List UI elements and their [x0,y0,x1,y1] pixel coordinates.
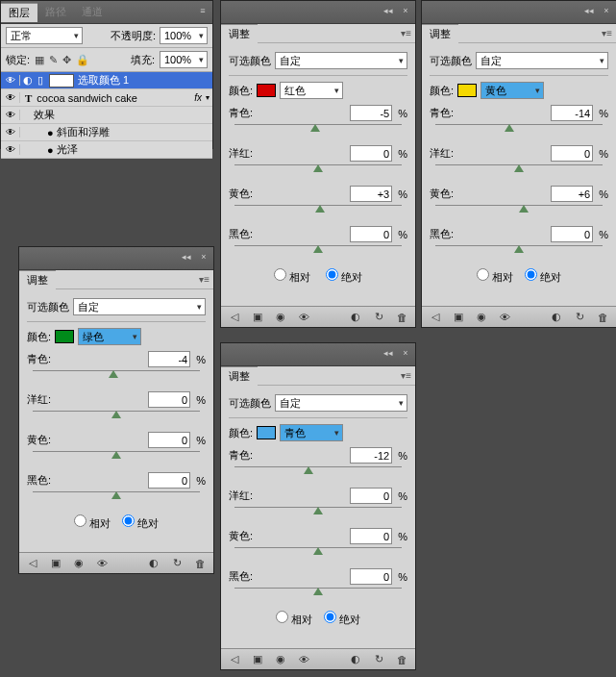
back-icon[interactable]: ◁ [428,310,443,325]
clip-icon[interactable]: ◉ [273,652,288,667]
tab-adjust[interactable]: 调整 [221,24,258,43]
cyan-input[interactable] [551,105,593,121]
tab-layers[interactable]: 图层 [1,3,37,22]
layer-effects-row[interactable]: 👁 效果 [1,107,212,124]
delete-icon[interactable]: 🗑 [595,310,610,325]
close-icon[interactable]: × [196,249,211,264]
visibility-icon[interactable]: 👁 [1,110,20,120]
panel-menu-icon[interactable]: ▾≡ [602,28,612,38]
expand-icon[interactable]: ▣ [250,652,265,667]
radio-absolute[interactable]: 绝对 [326,271,362,283]
prev-state-icon[interactable]: ◐ [348,310,363,325]
cyan-input[interactable] [148,351,190,367]
prev-state-icon[interactable]: ◐ [146,556,161,571]
radio-relative[interactable]: 相对 [477,271,513,283]
preset-dropdown[interactable]: 自定 [275,52,407,69]
reset-icon[interactable]: ↻ [371,310,386,325]
close-icon[interactable]: × [398,345,413,361]
fill-dropdown[interactable]: 100% [160,51,208,68]
color-dropdown[interactable]: 青色 [280,424,343,441]
black-slider[interactable] [234,588,402,599]
expand-icon[interactable]: ▣ [451,310,466,325]
cyan-slider[interactable] [33,370,200,382]
back-icon[interactable]: ◁ [227,652,242,667]
color-dropdown[interactable]: 红色 [280,82,343,99]
layer-row[interactable]: 👁 T cocoa sandwich cake fx ▾ [1,89,212,107]
collapse-icon[interactable]: ◂◂ [381,3,396,18]
magenta-input[interactable] [148,391,190,408]
magenta-slider[interactable] [435,164,603,176]
black-input[interactable] [551,226,593,242]
view-icon[interactable]: 👁 [296,652,311,667]
clip-icon[interactable]: ◉ [474,310,489,325]
tab-adjust[interactable]: 调整 [422,24,458,43]
radio-relative[interactable]: 相对 [274,271,310,283]
visibility-icon[interactable]: 👁 [1,75,20,86]
yellow-input[interactable] [148,432,190,448]
clip-icon[interactable]: ◉ [273,310,288,325]
magenta-input[interactable] [350,488,392,504]
yellow-slider[interactable] [33,451,200,463]
yellow-input[interactable] [350,528,392,544]
fx-badge[interactable]: fx [194,92,202,103]
fx-toggle-icon[interactable]: ▾ [206,93,209,102]
delete-icon[interactable]: 🗑 [394,652,409,667]
radio-absolute[interactable]: 绝对 [122,517,159,529]
tab-channels[interactable]: 通道 [74,3,111,22]
yellow-slider[interactable] [435,205,603,216]
back-icon[interactable]: ◁ [25,556,40,571]
lock-move-icon[interactable]: ✥ [62,54,71,66]
cyan-input[interactable] [350,447,392,464]
yellow-slider[interactable] [234,547,402,559]
black-slider[interactable] [234,245,402,257]
tab-paths[interactable]: 路径 [37,3,74,22]
preset-dropdown[interactable]: 自定 [476,52,608,69]
color-dropdown[interactable]: 黄色 [480,82,544,99]
magenta-slider[interactable] [234,507,402,518]
magenta-input[interactable] [350,145,392,162]
preset-dropdown[interactable]: 自定 [73,298,206,315]
prev-state-icon[interactable]: ◐ [348,652,363,667]
reset-icon[interactable]: ↻ [169,556,185,571]
panel-menu-icon[interactable]: ▾≡ [401,28,411,38]
radio-relative[interactable]: 相对 [74,517,111,529]
close-icon[interactable]: × [398,3,413,18]
collapse-icon[interactable]: ◂◂ [381,345,396,361]
close-icon[interactable]: × [599,3,614,18]
tab-adjust[interactable]: 调整 [19,270,56,289]
visibility-icon[interactable]: 👁 [1,144,20,155]
cyan-input[interactable] [350,105,392,121]
delete-icon[interactable]: 🗑 [394,310,409,325]
layer-effect-item[interactable]: 👁 ● 斜面和浮雕 [1,124,212,141]
lock-brush-icon[interactable]: ✎ [49,54,58,66]
visibility-icon[interactable]: 👁 [1,92,20,103]
lock-transparent-icon[interactable]: ▦ [35,54,44,66]
visibility-icon[interactable]: 👁 [1,127,20,138]
black-slider[interactable] [33,491,200,503]
yellow-input[interactable] [350,186,392,202]
view-icon[interactable]: 👁 [497,310,512,325]
expand-icon[interactable]: ▣ [250,310,265,325]
magenta-input[interactable] [551,145,593,162]
radio-absolute[interactable]: 绝对 [324,614,360,625]
view-icon[interactable]: 👁 [94,556,110,571]
radio-absolute[interactable]: 绝对 [525,271,561,283]
cyan-slider[interactable] [234,466,402,478]
layer-effect-item[interactable]: 👁 ● 光泽 [1,141,212,159]
view-icon[interactable]: 👁 [296,310,311,325]
radio-relative[interactable]: 相对 [276,614,312,625]
clip-icon[interactable]: ◉ [71,556,86,571]
cyan-slider[interactable] [234,124,402,136]
back-icon[interactable]: ◁ [227,310,242,325]
collapse-icon[interactable]: ◂◂ [581,3,597,18]
panel-menu-icon[interactable]: ▾≡ [401,370,411,381]
opacity-dropdown[interactable]: 100% [160,27,208,44]
panel-menu-icon[interactable]: ≡ [195,3,210,18]
reset-icon[interactable]: ↻ [371,652,386,667]
cyan-slider[interactable] [435,124,603,136]
yellow-slider[interactable] [234,205,402,216]
black-input[interactable] [350,568,392,585]
tab-adjust[interactable]: 调整 [221,366,258,386]
black-slider[interactable] [435,245,603,257]
magenta-slider[interactable] [234,164,402,176]
